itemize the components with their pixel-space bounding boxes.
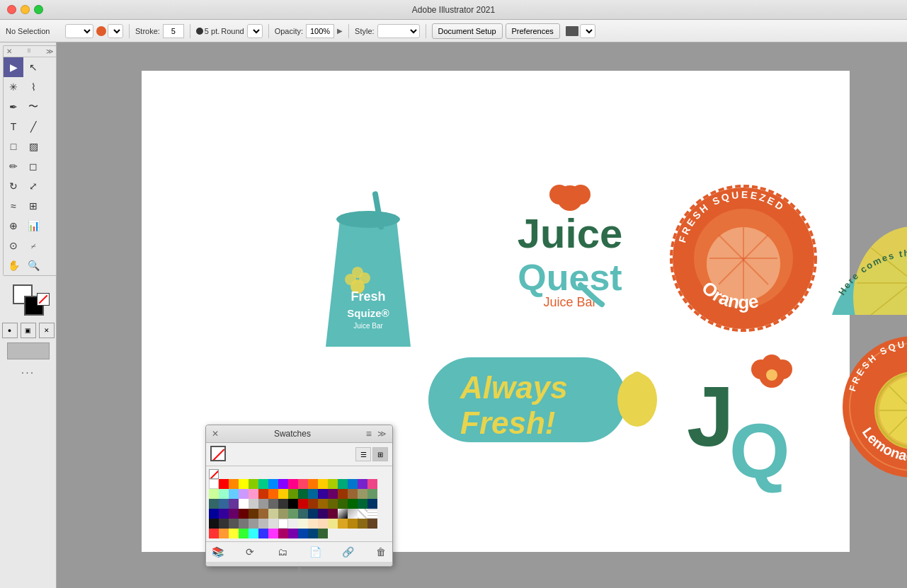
swatch-cell[interactable]: [209, 479, 219, 489]
swatch-cell[interactable]: [239, 489, 249, 499]
swatch-cell[interactable]: [209, 529, 219, 538]
style-dropdown[interactable]: [377, 24, 420, 38]
rect-tool-button[interactable]: □: [4, 137, 23, 156]
none-icon[interactable]: ✕: [39, 323, 55, 338]
swatch-cell[interactable]: [367, 519, 377, 529]
selection-dropdown[interactable]: [65, 24, 93, 38]
swatch-cell[interactable]: [328, 479, 338, 489]
canvas-area[interactable]: Fresh Squize® Juice Bar Juice Quest: [57, 42, 907, 588]
swatch-cell[interactable]: [258, 519, 268, 529]
swatch-cell[interactable]: [249, 529, 258, 538]
close-window-button[interactable]: [7, 5, 16, 14]
swatch-cell[interactable]: [249, 479, 258, 489]
swatches-collapse-button[interactable]: ≫: [377, 429, 387, 439]
line-tool-button[interactable]: ╱: [23, 117, 43, 137]
swatch-cell[interactable]: [358, 499, 367, 509]
swatch-merge-swatches-button[interactable]: 🔗: [341, 545, 355, 559]
swatch-cell[interactable]: [239, 519, 249, 529]
swatch-cell[interactable]: [288, 499, 298, 509]
swatch-cell[interactable]: [229, 519, 239, 529]
stroke-type-dropdown[interactable]: [247, 24, 263, 38]
swatch-cell[interactable]: [229, 509, 239, 519]
swatch-cell[interactable]: [249, 499, 258, 509]
swatch-cell[interactable]: [367, 499, 377, 509]
swatches-close-button[interactable]: ✕: [212, 429, 219, 439]
swatch-cell[interactable]: [229, 499, 239, 509]
stroke-size-input[interactable]: [163, 24, 184, 38]
swatch-cell[interactable]: [258, 509, 268, 519]
tools-close-button[interactable]: ✕: [6, 47, 12, 55]
swatch-cell[interactable]: [268, 499, 278, 509]
opacity-input[interactable]: [306, 24, 334, 38]
swatch-cell[interactable]: [328, 499, 338, 509]
free-transform-tool-button[interactable]: ⊞: [23, 196, 43, 216]
swatch-cell[interactable]: [348, 519, 358, 529]
swatch-show-options-button[interactable]: ⟳: [243, 545, 257, 559]
swatch-cell[interactable]: [348, 489, 358, 499]
swatch-cell[interactable]: [298, 519, 308, 529]
swatch-cell[interactable]: [268, 509, 278, 519]
swatch-new-color-group-button[interactable]: 🗂: [275, 545, 290, 559]
swatch-cell[interactable]: [338, 519, 348, 529]
swatch-cell[interactable]: [288, 529, 298, 538]
swatch-cell[interactable]: [338, 489, 348, 499]
swatch-list-view-button[interactable]: ☰: [355, 447, 371, 461]
swatch-cell[interactable]: [278, 499, 288, 509]
swatch-cell[interactable]: [348, 499, 358, 509]
swatch-cell[interactable]: [288, 479, 298, 489]
swatch-cell[interactable]: [318, 479, 328, 489]
swatch-none[interactable]: [209, 469, 219, 479]
swatch-cell[interactable]: [249, 509, 258, 519]
swatch-cell[interactable]: [249, 489, 258, 499]
swatch-cell[interactable]: [288, 489, 298, 499]
minimize-window-button[interactable]: [21, 5, 30, 14]
swatch-cell[interactable]: [358, 509, 367, 519]
hand-tool-button[interactable]: ✋: [4, 255, 23, 275]
eyedropper-alt-tool-button[interactable]: ▨: [23, 137, 43, 156]
swatch-cell[interactable]: [239, 499, 249, 509]
swatch-cell[interactable]: [239, 529, 249, 538]
swatch-cell[interactable]: [318, 509, 328, 519]
swatch-cell[interactable]: [209, 509, 219, 519]
swatch-cell[interactable]: [328, 489, 338, 499]
swatch-cell[interactable]: [219, 499, 229, 509]
zoom-tool-button[interactable]: 🔍: [23, 255, 43, 275]
swatch-cell[interactable]: [268, 529, 278, 538]
swatch-cell[interactable]: [219, 529, 229, 538]
swatch-cell[interactable]: [288, 509, 298, 519]
swatch-cell[interactable]: [278, 479, 288, 489]
swatch-cell[interactable]: [219, 479, 229, 489]
swatch-cell[interactable]: [308, 499, 318, 509]
select-tool-button[interactable]: ▶: [4, 57, 23, 77]
swatch-cell[interactable]: [298, 479, 308, 489]
swatch-cell[interactable]: [308, 519, 318, 529]
swatch-cell[interactable]: [308, 509, 318, 519]
swatch-cell[interactable]: [338, 509, 348, 519]
shape-builder-tool-button[interactable]: ⊕: [4, 216, 23, 236]
eraser-tool-button[interactable]: ◻: [23, 156, 43, 176]
document-setup-button[interactable]: Document Setup: [432, 23, 503, 39]
swatch-grid-view-button[interactable]: ⊞: [372, 447, 388, 461]
swatch-cell[interactable]: [308, 479, 318, 489]
swatch-cell[interactable]: [298, 509, 308, 519]
swatch-cell[interactable]: [358, 519, 367, 529]
swatch-cell[interactable]: [338, 479, 348, 489]
symbol-tool-button[interactable]: ⊙: [4, 236, 23, 255]
swatch-cell[interactable]: [278, 489, 288, 499]
swatch-cell[interactable]: [358, 479, 367, 489]
swatch-cell[interactable]: [278, 509, 288, 519]
swatch-cell[interactable]: [367, 489, 377, 499]
swatch-cell[interactable]: [338, 499, 348, 509]
swatch-delete-button[interactable]: 🗑: [374, 545, 388, 559]
swatch-cell[interactable]: [229, 479, 239, 489]
swatch-cell[interactable]: [298, 499, 308, 509]
more-tools-button[interactable]: ···: [21, 367, 35, 379]
swatch-cell[interactable]: [258, 489, 268, 499]
type-tool-button[interactable]: T: [4, 117, 23, 137]
swatch-cell[interactable]: [229, 489, 239, 499]
swatch-cell[interactable]: [258, 529, 268, 538]
swatch-cell[interactable]: [229, 529, 239, 538]
swatch-cell[interactable]: [298, 489, 308, 499]
rotate-tool-button[interactable]: ↻: [4, 176, 23, 196]
swatch-cell[interactable]: [258, 479, 268, 489]
